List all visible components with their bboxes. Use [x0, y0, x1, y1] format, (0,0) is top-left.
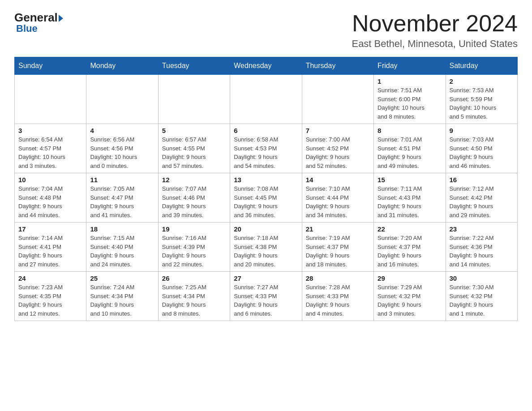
- day-info: Sunrise: 7:07 AM Sunset: 4:46 PM Dayligh…: [162, 184, 226, 219]
- calendar-cell: 10Sunrise: 7:04 AM Sunset: 4:48 PM Dayli…: [15, 173, 86, 223]
- day-info: Sunrise: 7:10 AM Sunset: 4:44 PM Dayligh…: [306, 184, 370, 219]
- day-number: 3: [18, 127, 82, 134]
- day-info: Sunrise: 7:28 AM Sunset: 4:33 PM Dayligh…: [306, 283, 370, 318]
- calendar-cell: 20Sunrise: 7:18 AM Sunset: 4:38 PM Dayli…: [230, 223, 302, 272]
- calendar-cell: 24Sunrise: 7:23 AM Sunset: 4:35 PM Dayli…: [15, 272, 86, 321]
- calendar-cell: 4Sunrise: 6:56 AM Sunset: 4:56 PM Daylig…: [86, 124, 158, 173]
- day-number: 23: [450, 225, 514, 233]
- calendar-cell: [302, 75, 373, 124]
- calendar-cell: 11Sunrise: 7:05 AM Sunset: 4:47 PM Dayli…: [86, 173, 158, 223]
- calendar-cell: 16Sunrise: 7:12 AM Sunset: 4:42 PM Dayli…: [446, 173, 517, 223]
- calendar-cell: 26Sunrise: 7:25 AM Sunset: 4:34 PM Dayli…: [158, 272, 230, 321]
- calendar-cell: 30Sunrise: 7:30 AM Sunset: 4:32 PM Dayli…: [446, 272, 517, 321]
- day-number: 14: [306, 176, 370, 184]
- calendar-cell: 18Sunrise: 7:15 AM Sunset: 4:40 PM Dayli…: [86, 223, 158, 272]
- logo-arrow-icon: [59, 15, 63, 22]
- calendar-cell: 8Sunrise: 7:01 AM Sunset: 4:51 PM Daylig…: [374, 124, 446, 173]
- day-number: 21: [306, 225, 370, 233]
- day-info: Sunrise: 7:03 AM Sunset: 4:50 PM Dayligh…: [450, 135, 514, 170]
- day-number: 1: [378, 77, 442, 85]
- calendar-cell: 2Sunrise: 7:53 AM Sunset: 5:59 PM Daylig…: [446, 75, 517, 124]
- day-number: 7: [306, 127, 370, 134]
- calendar-cell: 15Sunrise: 7:11 AM Sunset: 4:43 PM Dayli…: [374, 173, 446, 223]
- day-info: Sunrise: 7:15 AM Sunset: 4:40 PM Dayligh…: [90, 234, 154, 269]
- calendar-header: SundayMondayTuesdayWednesdayThursdayFrid…: [15, 57, 518, 75]
- day-info: Sunrise: 7:16 AM Sunset: 4:39 PM Dayligh…: [162, 234, 226, 269]
- day-info: Sunrise: 7:12 AM Sunset: 4:42 PM Dayligh…: [450, 184, 514, 219]
- header-cell-saturday: Saturday: [446, 57, 517, 75]
- calendar-cell: 21Sunrise: 7:19 AM Sunset: 4:37 PM Dayli…: [302, 223, 373, 272]
- day-number: 24: [18, 274, 82, 282]
- calendar-cell: 6Sunrise: 6:58 AM Sunset: 4:53 PM Daylig…: [230, 124, 302, 173]
- day-info: Sunrise: 7:14 AM Sunset: 4:41 PM Dayligh…: [18, 234, 82, 269]
- day-info: Sunrise: 6:56 AM Sunset: 4:56 PM Dayligh…: [90, 135, 154, 170]
- day-info: Sunrise: 7:29 AM Sunset: 4:32 PM Dayligh…: [378, 283, 442, 318]
- day-number: 4: [90, 127, 154, 134]
- calendar-cell: 5Sunrise: 6:57 AM Sunset: 4:55 PM Daylig…: [158, 124, 230, 173]
- day-info: Sunrise: 7:08 AM Sunset: 4:45 PM Dayligh…: [234, 184, 298, 219]
- day-number: 6: [234, 127, 298, 134]
- day-info: Sunrise: 7:24 AM Sunset: 4:34 PM Dayligh…: [90, 283, 154, 318]
- title-area: November 2024 East Bethel, Minnesota, Un…: [352, 11, 518, 50]
- day-info: Sunrise: 7:30 AM Sunset: 4:32 PM Dayligh…: [450, 283, 514, 318]
- day-info: Sunrise: 7:53 AM Sunset: 5:59 PM Dayligh…: [450, 86, 514, 121]
- day-info: Sunrise: 7:22 AM Sunset: 4:36 PM Dayligh…: [450, 234, 514, 269]
- calendar-cell: 7Sunrise: 7:00 AM Sunset: 4:52 PM Daylig…: [302, 124, 373, 173]
- calendar-cell: 12Sunrise: 7:07 AM Sunset: 4:46 PM Dayli…: [158, 173, 230, 223]
- main-title: November 2024: [352, 11, 518, 36]
- day-info: Sunrise: 6:57 AM Sunset: 4:55 PM Dayligh…: [162, 135, 226, 170]
- day-number: 20: [234, 225, 298, 233]
- day-info: Sunrise: 6:54 AM Sunset: 4:57 PM Dayligh…: [18, 135, 82, 170]
- week-row-0: 1Sunrise: 7:51 AM Sunset: 6:00 PM Daylig…: [15, 75, 518, 124]
- day-info: Sunrise: 7:27 AM Sunset: 4:33 PM Dayligh…: [234, 283, 298, 318]
- calendar-cell: 27Sunrise: 7:27 AM Sunset: 4:33 PM Dayli…: [230, 272, 302, 321]
- day-info: Sunrise: 7:25 AM Sunset: 4:34 PM Dayligh…: [162, 283, 226, 318]
- day-info: Sunrise: 7:18 AM Sunset: 4:38 PM Dayligh…: [234, 234, 298, 269]
- logo-area: General Blue: [14, 11, 63, 34]
- calendar-cell: 13Sunrise: 7:08 AM Sunset: 4:45 PM Dayli…: [230, 173, 302, 223]
- week-row-2: 10Sunrise: 7:04 AM Sunset: 4:48 PM Dayli…: [15, 173, 518, 223]
- calendar-cell: 14Sunrise: 7:10 AM Sunset: 4:44 PM Dayli…: [302, 173, 373, 223]
- calendar-cell: 3Sunrise: 6:54 AM Sunset: 4:57 PM Daylig…: [15, 124, 86, 173]
- day-info: Sunrise: 7:51 AM Sunset: 6:00 PM Dayligh…: [378, 86, 442, 121]
- day-info: Sunrise: 7:00 AM Sunset: 4:52 PM Dayligh…: [306, 135, 370, 170]
- day-number: 2: [450, 77, 514, 85]
- header-cell-sunday: Sunday: [15, 57, 86, 75]
- header-cell-tuesday: Tuesday: [158, 57, 230, 75]
- day-number: 29: [378, 274, 442, 282]
- calendar-cell: [15, 75, 86, 124]
- calendar-body: 1Sunrise: 7:51 AM Sunset: 6:00 PM Daylig…: [15, 75, 518, 321]
- week-row-3: 17Sunrise: 7:14 AM Sunset: 4:41 PM Dayli…: [15, 223, 518, 272]
- week-row-4: 24Sunrise: 7:23 AM Sunset: 4:35 PM Dayli…: [15, 272, 518, 321]
- day-number: 19: [162, 225, 226, 233]
- day-number: 11: [90, 176, 154, 184]
- day-number: 9: [450, 127, 514, 134]
- day-info: Sunrise: 7:04 AM Sunset: 4:48 PM Dayligh…: [18, 184, 82, 219]
- day-number: 10: [18, 176, 82, 184]
- day-number: 13: [234, 176, 298, 184]
- calendar-table: SundayMondayTuesdayWednesdayThursdayFrid…: [14, 57, 518, 321]
- calendar-cell: [230, 75, 302, 124]
- header-area: General Blue November 2024 East Bethel, …: [14, 11, 518, 50]
- header-cell-wednesday: Wednesday: [230, 57, 302, 75]
- day-number: 28: [306, 274, 370, 282]
- logo-blue-label: Blue: [16, 23, 38, 34]
- day-info: Sunrise: 7:20 AM Sunset: 4:37 PM Dayligh…: [378, 234, 442, 269]
- calendar-cell: [86, 75, 158, 124]
- day-info: Sunrise: 6:58 AM Sunset: 4:53 PM Dayligh…: [234, 135, 298, 170]
- calendar-cell: 17Sunrise: 7:14 AM Sunset: 4:41 PM Dayli…: [15, 223, 86, 272]
- day-number: 15: [378, 176, 442, 184]
- day-number: 8: [378, 127, 442, 134]
- calendar-cell: [158, 75, 230, 124]
- day-number: 27: [234, 274, 298, 282]
- day-number: 26: [162, 274, 226, 282]
- calendar-cell: 22Sunrise: 7:20 AM Sunset: 4:37 PM Dayli…: [374, 223, 446, 272]
- day-info: Sunrise: 7:11 AM Sunset: 4:43 PM Dayligh…: [378, 184, 442, 219]
- day-number: 18: [90, 225, 154, 233]
- day-number: 22: [378, 225, 442, 233]
- calendar-cell: 29Sunrise: 7:29 AM Sunset: 4:32 PM Dayli…: [374, 272, 446, 321]
- day-number: 16: [450, 176, 514, 184]
- calendar-cell: 19Sunrise: 7:16 AM Sunset: 4:39 PM Dayli…: [158, 223, 230, 272]
- day-info: Sunrise: 7:19 AM Sunset: 4:37 PM Dayligh…: [306, 234, 370, 269]
- calendar-cell: 23Sunrise: 7:22 AM Sunset: 4:36 PM Dayli…: [446, 223, 517, 272]
